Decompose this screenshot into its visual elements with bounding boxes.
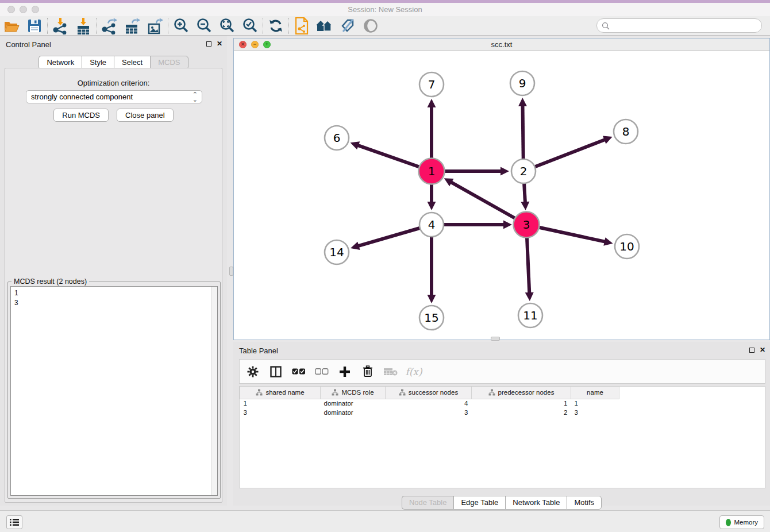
graph-node-label: 7 [428,78,436,91]
zoom-in-icon [173,18,189,34]
close-panel-button[interactable]: Close panel [117,109,174,122]
table-row[interactable]: 1 dominator 4 1 1 [240,399,619,408]
criterion-dropdown[interactable]: strongly connected component ⌃⌄ [26,90,202,103]
table-panel-tabs: Node Table Edge Table Network Table Moti… [233,496,770,510]
delete-table-icon [384,367,398,376]
column-header-shared-name[interactable]: shared name [240,387,321,399]
export-table-button[interactable] [121,17,144,35]
table-header-row: shared name MCDS role successor nodes pr… [240,387,619,399]
list-icon [10,518,19,526]
graph-node-label: 1 [428,164,436,178]
save-session-button[interactable] [23,17,46,35]
first-neighbors-button[interactable] [313,17,336,35]
refresh-icon [268,18,283,33]
toolbar-separator [263,18,263,34]
close-table-panel-icon[interactable]: ✕ [760,347,765,353]
graph-edge-arrowhead [428,295,436,303]
network-view-window: ✕ − + scc.txt 7968124314101511 [233,38,770,340]
network-canvas[interactable]: 7968124314101511 [234,51,769,340]
column-header-successor-nodes[interactable]: successor nodes [386,387,472,399]
zoom-fit-icon [219,18,235,34]
task-history-button[interactable] [6,515,22,529]
table-toolbar: f(x) [239,359,765,384]
gear-icon [247,366,259,377]
table-row[interactable]: 3 dominator 3 2 3 [240,408,619,417]
horizontal-split-handle[interactable] [491,337,500,341]
graph-node-label: 10 [619,240,634,253]
float-table-panel-icon[interactable] [749,348,754,353]
search-input[interactable] [612,20,761,32]
result-scrollbar[interactable] [211,287,217,495]
graph-edge-arrowhead [351,141,360,149]
vertical-split-handle[interactable] [229,267,233,276]
open-session-button[interactable] [0,17,23,35]
criterion-selected-value: strongly connected component [31,92,192,101]
save-icon [28,19,41,33]
zoom-in-button[interactable] [170,17,192,35]
mcds-result-textarea[interactable]: 1 3 [10,286,218,496]
mcds-result-group: MCDS result (2 nodes) 1 3 [7,282,221,499]
tab-network-table[interactable]: Network Table [505,496,567,510]
tab-motifs[interactable]: Motifs [567,496,602,510]
control-panel: Control Panel ✕ Network Style Select MCD… [0,36,227,506]
column-type-icon [488,389,495,396]
table-panel: Table Panel ✕ [233,342,770,506]
tab-edge-table[interactable]: Edge Table [453,496,505,510]
new-network-from-selection-button[interactable] [290,17,313,35]
plus-icon [339,366,351,377]
node-table[interactable]: shared name MCDS role successor nodes pr… [239,386,765,488]
mcds-result-title: MCDS result (2 nodes) [11,277,89,286]
network-window-title: scc.txt [234,40,769,49]
houses-icon [315,18,334,33]
graph-node-label: 6 [333,131,341,145]
zoom-out-button[interactable] [192,17,215,35]
export-network-button[interactable] [98,17,121,35]
column-header-mcds-role[interactable]: MCDS role [321,387,386,399]
birdseye-icon [363,18,378,33]
status-bar: Memory [0,510,770,532]
toolbar-separator [47,18,48,34]
graph-node-label: 11 [523,309,537,322]
float-panel-icon[interactable] [206,41,211,47]
delete-columns-button[interactable] [360,364,375,379]
graph-edge[interactable] [523,140,606,171]
graph-node-label: 9 [519,76,526,90]
memory-button[interactable]: Memory [719,515,764,529]
unselect-all-columns-button[interactable] [314,364,329,379]
import-table-button[interactable] [72,17,95,35]
zoom-selected-button[interactable] [238,17,261,35]
function-builder-button-disabled[interactable]: f(x) [406,364,421,379]
birdseye-view-button[interactable] [359,17,382,35]
export-image-button[interactable] [144,17,167,35]
memory-status-icon [726,519,731,526]
network-window-titlebar[interactable]: ✕ − + scc.txt [234,38,769,51]
open-folder-icon [3,18,20,33]
close-panel-icon[interactable]: ✕ [217,41,222,47]
export-table-icon [124,17,141,34]
zoom-out-icon [196,18,212,34]
column-header-name[interactable]: name [571,387,619,399]
optimization-criterion-label: Optimization criterion: [5,79,222,87]
hide-selected-button[interactable] [336,17,359,35]
search-field[interactable] [596,18,762,33]
refresh-button[interactable] [264,17,287,35]
select-all-columns-button[interactable] [291,364,306,379]
graph-edge-arrowhead [351,242,360,250]
tab-node-table[interactable]: Node Table [402,496,454,510]
show-columns-button[interactable] [268,364,283,379]
mcds-panel: Optimization criterion: strongly connect… [5,68,222,503]
export-network-icon [101,17,118,34]
run-mcds-button[interactable]: Run MCDS [53,109,109,122]
graph-edge-arrowhead [525,292,534,301]
zoom-fit-button[interactable] [215,17,238,35]
main-toolbar [0,16,770,36]
label-slash-icon [339,18,356,34]
table-options-button[interactable] [245,364,260,379]
column-header-predecessor-nodes[interactable]: predecessor nodes [472,387,571,399]
graph-edge-arrowhead [518,98,527,106]
delete-table-button-disabled[interactable] [383,364,398,379]
column-type-icon [399,389,406,396]
create-column-button[interactable] [337,364,352,379]
import-network-button[interactable] [49,17,72,35]
column-type-icon [256,389,263,396]
